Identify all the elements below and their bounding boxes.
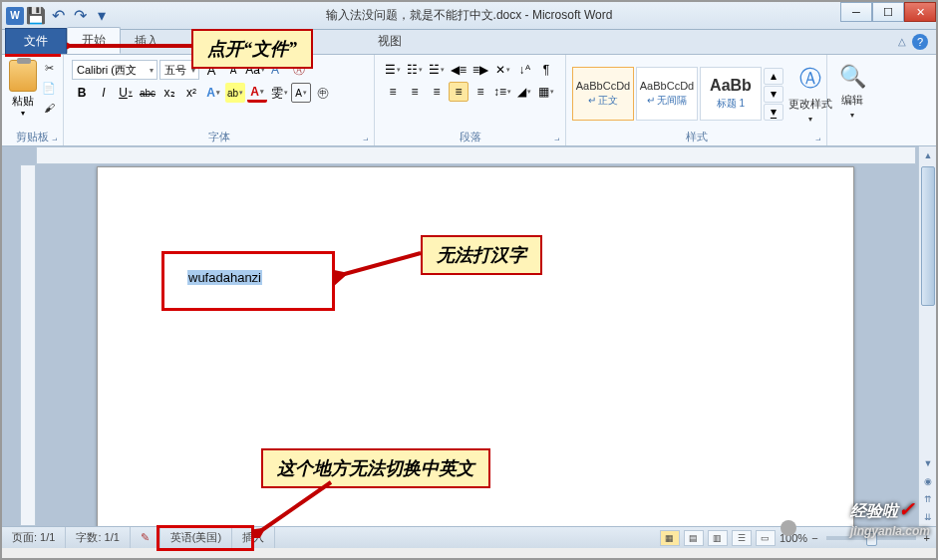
zoom-out[interactable]: − xyxy=(811,532,817,544)
status-page[interactable]: 页面: 1/1 xyxy=(2,527,66,548)
increase-indent[interactable]: ≡▶ xyxy=(470,60,490,80)
style-normal[interactable]: AaBbCcDd ↵ 正文 xyxy=(572,67,634,121)
document-text[interactable]: wufadahanzi xyxy=(187,270,262,285)
borders[interactable]: ▦ xyxy=(536,82,556,102)
tab-file[interactable]: 文件 xyxy=(5,28,67,54)
view-fullscreen[interactable]: ▤ xyxy=(684,530,704,546)
tab-insert[interactable]: 插入 xyxy=(121,29,172,54)
style-gallery[interactable]: ▾̲ xyxy=(764,104,783,121)
multilevel[interactable]: ☱ xyxy=(427,60,447,80)
browse-object-icon[interactable]: ◉ xyxy=(919,472,936,490)
horizontal-ruler[interactable] xyxy=(36,146,916,164)
styles-group-label: 样式 xyxy=(570,130,822,145)
strike-button[interactable]: abc xyxy=(138,83,157,103)
style-heading1[interactable]: AaBb 标题 1 xyxy=(700,67,762,121)
vertical-scrollbar[interactable]: ▲ ▼ ◉ ⇈ ⇊ xyxy=(918,146,936,526)
copy-button[interactable]: 📄 xyxy=(39,78,59,98)
callout-file: 点开“文件” xyxy=(191,29,313,69)
line-spacing[interactable]: ↕≡ xyxy=(492,82,512,102)
view-web[interactable]: ▥ xyxy=(708,530,728,546)
scroll-thumb[interactable] xyxy=(921,166,935,306)
bullets[interactable]: ☰ xyxy=(383,60,403,80)
subscript-button[interactable]: x₂ xyxy=(159,83,179,103)
paste-button[interactable]: 粘贴 xyxy=(12,94,34,109)
underline-button[interactable]: U xyxy=(116,83,136,103)
char-shading[interactable]: 雯 xyxy=(269,83,289,103)
enclose-char[interactable]: ㊥ xyxy=(313,83,333,103)
align-right[interactable]: ≡ xyxy=(427,82,447,102)
font-group-label: 字体 xyxy=(68,130,370,145)
qat-save[interactable]: 💾 xyxy=(26,6,46,26)
style-nospace[interactable]: AaBbCcDd ↵ 无间隔 xyxy=(636,67,698,121)
decrease-indent[interactable]: ◀≡ xyxy=(449,60,469,80)
superscript-button[interactable]: x² xyxy=(181,83,201,103)
vertical-ruler[interactable] xyxy=(20,164,36,526)
font-name-combo[interactable]: Calibri (西文 xyxy=(72,60,157,80)
clipboard-group-label: 剪贴板 xyxy=(6,130,59,145)
status-language[interactable]: 英语(美国) xyxy=(160,527,232,548)
shading[interactable]: ◢ xyxy=(514,82,534,102)
minimize-ribbon-icon[interactable]: △ xyxy=(898,36,906,47)
show-marks[interactable]: ¶ xyxy=(536,60,556,80)
view-outline[interactable]: ☰ xyxy=(732,530,752,546)
callout-cannot-type: 无法打汉字 xyxy=(421,235,542,275)
font-color[interactable]: A xyxy=(247,83,267,103)
justify[interactable]: ≡ xyxy=(449,82,469,102)
window-title: 输入法没问题，就是不能打中文.docx - Microsoft Word xyxy=(326,7,613,24)
align-left[interactable]: ≡ xyxy=(383,82,403,102)
sort[interactable]: ↓ᴬ xyxy=(514,60,534,80)
style-scroll-down[interactable]: ▾ xyxy=(764,86,783,103)
cut-button[interactable]: ✂ xyxy=(39,58,59,78)
view-print-layout[interactable]: ▦ xyxy=(660,530,680,546)
window-maximize[interactable]: ☐ xyxy=(872,2,904,22)
toutiao-avatar-icon xyxy=(781,520,796,536)
scroll-down-icon[interactable]: ▼ xyxy=(919,454,936,472)
format-painter[interactable]: 🖌 xyxy=(39,98,59,118)
qat-redo[interactable]: ↷ xyxy=(70,6,90,26)
status-insert-mode[interactable]: 插入 xyxy=(232,527,275,548)
status-wordcount[interactable]: 字数: 1/1 xyxy=(66,527,130,548)
distribute[interactable]: ≡ xyxy=(470,82,490,102)
style-scroll-up[interactable]: ▴ xyxy=(764,68,783,85)
char-border[interactable]: A xyxy=(291,83,311,103)
callout-switch-lang: 这个地方无法切换中英文 xyxy=(261,448,490,488)
paragraph-group-label: 段落 xyxy=(379,130,561,145)
asian-layout[interactable]: ✕ xyxy=(492,60,512,80)
italic-button[interactable]: I xyxy=(94,83,114,103)
bold-button[interactable]: B xyxy=(72,83,92,103)
window-minimize[interactable]: ─ xyxy=(840,2,872,22)
highlight-button[interactable]: ab xyxy=(225,83,245,103)
align-center[interactable]: ≡ xyxy=(405,82,425,102)
numbering[interactable]: ☷ xyxy=(405,60,425,80)
scroll-up-icon[interactable]: ▲ xyxy=(919,146,936,164)
text-effects[interactable]: A xyxy=(203,83,223,103)
window-close[interactable]: ✕ xyxy=(904,2,936,22)
qat-undo[interactable]: ↶ xyxy=(48,6,68,26)
watermark: 经验啦✓ jingyanla.com xyxy=(850,497,930,538)
paste-icon[interactable] xyxy=(9,60,37,92)
help-icon[interactable]: ? xyxy=(912,34,928,50)
status-proofing[interactable]: ✎ xyxy=(131,527,160,548)
word-app-icon: W xyxy=(6,7,24,25)
tab-home[interactable]: 开始 xyxy=(67,27,121,54)
view-draft[interactable]: ▭ xyxy=(756,530,776,546)
editing-menu[interactable]: 🔍 编辑 ▾ xyxy=(831,58,873,126)
qat-customize[interactable]: ▾ xyxy=(92,6,112,26)
tab-view[interactable]: 视图 xyxy=(364,29,416,54)
